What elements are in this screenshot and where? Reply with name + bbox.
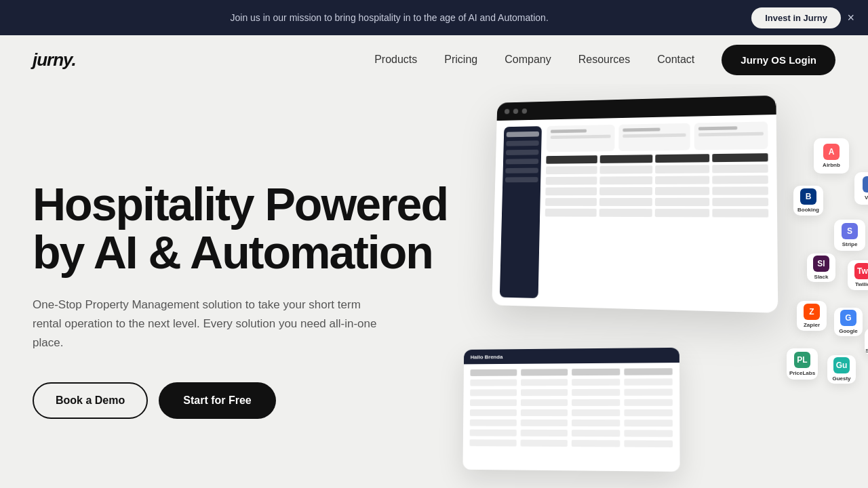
sec-cell: [521, 379, 568, 386]
integration-label: PriceLabs: [789, 370, 815, 376]
integration-label: Google: [839, 328, 858, 334]
logo[interactable]: jurny.: [33, 49, 76, 70]
sidebar-block: [506, 140, 538, 146]
book-demo-button[interactable]: Book a Demo: [33, 382, 148, 419]
integration-icon: Tw: [854, 263, 868, 279]
integration-icon: A: [823, 144, 840, 160]
sec-cell: [572, 369, 620, 375]
table-cell: [599, 176, 652, 184]
sec-cell: [572, 399, 620, 406]
sec-header: Hallo Brenda: [464, 348, 679, 365]
sec-cell: [520, 389, 568, 396]
start-free-button[interactable]: Start for Free: [159, 382, 275, 419]
card-line: [623, 134, 686, 138]
top-banner: Join us in our mission to bring hospital…: [0, 0, 868, 35]
sec-cell: [624, 399, 673, 406]
integration-icon: V: [863, 176, 868, 192]
integration-label: Twilio: [855, 281, 868, 287]
integration-card-google: GGoogle: [834, 308, 863, 336]
login-button[interactable]: Jurny OS Login: [722, 45, 835, 75]
nav-products[interactable]: Products: [363, 48, 428, 70]
integration-card-slack: SlSlack: [807, 253, 835, 282]
sec-header-text: Hallo Brenda: [471, 354, 503, 360]
hero-section: Hospitality Powered by AI & Automation O…: [0, 84, 868, 488]
integration-icon: PL: [794, 352, 810, 368]
screen-dot-2: [513, 108, 519, 114]
table-cell: [545, 209, 597, 217]
sec-cell: [470, 379, 516, 386]
sec-row: [470, 389, 673, 396]
nav-resources[interactable]: Resources: [568, 48, 641, 70]
table-cell: [546, 166, 597, 174]
sidebar-block: [506, 150, 538, 155]
sec-cell: [624, 389, 673, 396]
table-cell: [545, 187, 597, 195]
hero-subtitle: One-Stop Property Management solution to…: [33, 296, 385, 352]
table-cell: [546, 177, 597, 185]
integration-card-pricelabs: PLPriceLabs: [787, 348, 818, 380]
sec-cell: [572, 389, 620, 396]
integration-label: Booking: [797, 207, 819, 213]
hero-visual: AAirbnbVVrboBBookingSStripeSlSlackTwTwil…: [448, 84, 868, 488]
sec-cell: [624, 440, 673, 447]
screen-card: [547, 125, 615, 152]
nav-contact[interactable]: Contact: [646, 48, 705, 70]
integration-icon: B: [800, 188, 816, 205]
integration-label: Zapier: [804, 322, 820, 328]
sec-cell: [521, 369, 568, 375]
table-cell: [599, 165, 652, 174]
hero-content: Hospitality Powered by AI & Automation O…: [33, 180, 474, 420]
screen-dot-3: [522, 108, 528, 114]
card-line: [623, 127, 660, 131]
sidebar-block: [507, 131, 539, 137]
screen-dot-1: [505, 109, 510, 115]
sidebar-block: [506, 159, 539, 164]
integration-icon: Gu: [833, 357, 850, 373]
nav-pricing[interactable]: Pricing: [433, 48, 488, 70]
table-cell: [599, 198, 652, 206]
secondary-screen: Hallo Brenda: [462, 348, 679, 472]
integration-card-guesty: GuGuesty: [827, 355, 856, 384]
sec-cell: [520, 399, 568, 406]
sec-cell: [624, 430, 673, 436]
integration-label: Slack: [814, 274, 829, 280]
integration-icon: S: [842, 223, 858, 239]
sec-row: [470, 409, 673, 416]
sec-body: [463, 363, 680, 456]
sec-cell: [624, 420, 673, 426]
screen-card: [618, 123, 690, 151]
sec-cell: [520, 409, 568, 416]
sec-cell: [520, 420, 568, 426]
nav-company[interactable]: Company: [494, 48, 561, 70]
nav-links: Products Pricing Company Resources Conta…: [363, 54, 705, 66]
sec-cell: [470, 369, 516, 376]
sec-cell: [470, 399, 517, 406]
integration-icon: Sl: [813, 256, 829, 272]
sec-cell: [572, 440, 620, 447]
integration-card-twilio: TwTwilio: [848, 260, 868, 290]
hero-buttons: Book a Demo Start for Free: [33, 382, 474, 419]
close-banner-button[interactable]: ×: [847, 12, 854, 24]
sec-row: [470, 399, 673, 406]
integration-card-stripe: SStripe: [834, 220, 865, 251]
dashboard-mockup: AAirbnbVVrboBBookingSStripeSlSlackTwTwil…: [448, 84, 868, 488]
sec-cell: [572, 379, 620, 386]
integration-card-airbnb: AAirbnb: [814, 138, 849, 174]
table-cell-header: [600, 155, 653, 163]
sec-cell: [470, 409, 517, 416]
invest-button[interactable]: Invest in Jurny: [751, 7, 841, 28]
hero-title-line2: by AI & Automation: [33, 226, 433, 278]
integration-label: Guesty: [832, 375, 850, 382]
sec-row: [469, 439, 673, 447]
sec-cell: [520, 440, 568, 447]
navbar: jurny. Products Pricing Company Resource…: [0, 35, 868, 84]
sec-cell: [572, 420, 620, 426]
table-cell: [599, 209, 652, 217]
sec-cell: [572, 409, 620, 416]
table-cell: [545, 198, 597, 206]
sec-cell: [624, 378, 673, 385]
sec-row: [470, 368, 672, 376]
table-cell-header: [546, 155, 597, 164]
sidebar-block: [505, 168, 538, 174]
sec-cell: [624, 409, 673, 416]
